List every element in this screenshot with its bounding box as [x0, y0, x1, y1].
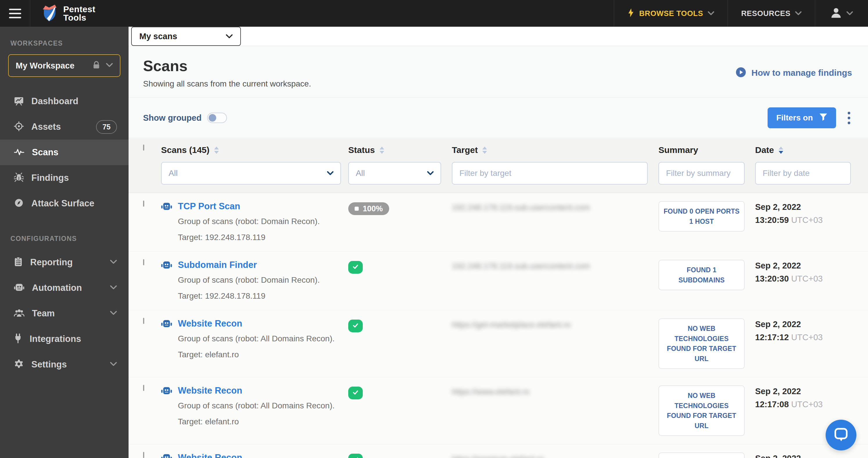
- select-all-checkbox[interactable]: [143, 145, 144, 151]
- brand-text: Pentest Tools: [63, 5, 95, 22]
- scan-summary-badge: NO WEB TECHNOLOGIES FOUND FOR TARGET URL: [658, 453, 745, 458]
- column-header-target[interactable]: Target: [452, 145, 654, 155]
- pulse-scan-icon: [14, 147, 24, 157]
- plug-icon: [14, 334, 22, 344]
- scan-name-link[interactable]: Website Recon: [178, 453, 335, 458]
- table-row: Website Recon Group of scans (robot: All…: [129, 310, 868, 377]
- sidebar-nav: Dashboard Assets 75 Scans Findings: [0, 89, 129, 216]
- sidebar-item-settings[interactable]: Settings: [0, 352, 129, 377]
- page-subtitle: Showing all scans from the current works…: [143, 79, 311, 89]
- chat-widget-button[interactable]: [826, 420, 857, 451]
- sort-icon[interactable]: [779, 147, 783, 154]
- scan-date: Sep 2, 2022 12:17:08 UTC+03: [755, 386, 852, 409]
- configurations-section-label: CONFIGURATIONS: [0, 235, 129, 250]
- sort-icon[interactable]: [482, 147, 487, 154]
- column-header-summary: Summary: [654, 145, 745, 155]
- table-row: Subdomain Finder Group of scans (robot: …: [129, 252, 868, 310]
- scan-date: Sep 2, 2022 12:17:08 UTC+03: [755, 453, 852, 458]
- row-checkbox[interactable]: [143, 385, 144, 391]
- scan-target-redacted: https://get-marketplace.elefant.ro: [452, 318, 654, 329]
- chevron-down-icon: [226, 34, 233, 39]
- robot-scan-icon: [161, 386, 172, 428]
- scan-description: Group of scans (robot: All Domains Recon…: [178, 400, 335, 412]
- sidebar-item-attack-surface[interactable]: Attack Surface: [0, 191, 129, 216]
- scan-name-link[interactable]: Website Recon: [178, 318, 335, 329]
- scans-filter-select[interactable]: All: [161, 162, 341, 185]
- chevron-down-icon: [327, 171, 334, 175]
- scan-name-link[interactable]: TCP Port Scan: [178, 201, 320, 212]
- clipboard-icon: [14, 257, 23, 268]
- summary-filter-input[interactable]: [658, 162, 745, 185]
- sidebar-item-reporting[interactable]: Reporting: [0, 250, 129, 275]
- resources-menu[interactable]: RESOURCES: [727, 0, 815, 27]
- bug-icon: [14, 173, 24, 183]
- column-header-scans[interactable]: Scans (145): [161, 145, 348, 155]
- sidebar-item-assets[interactable]: Assets 75: [0, 114, 129, 140]
- scan-target-line: Target: 192.248.178.119: [178, 290, 320, 302]
- how-to-manage-findings-link[interactable]: How to manage findings: [736, 67, 852, 79]
- workspace-selector[interactable]: My Workspace: [8, 54, 120, 77]
- row-checkbox[interactable]: [143, 452, 144, 458]
- gear-icon: [14, 359, 24, 370]
- pentest-tools-logo[interactable]: Pentest Tools: [30, 0, 95, 27]
- scan-name-link[interactable]: Website Recon: [178, 386, 335, 396]
- column-header-status[interactable]: Status: [348, 145, 452, 155]
- scan-name-link[interactable]: Subdomain Finder: [178, 260, 320, 270]
- page-header: Scans Showing all scans from the current…: [129, 46, 868, 97]
- chevron-down-icon: [110, 311, 117, 316]
- main-content: My scans Scans Showing all scans from th…: [129, 27, 868, 458]
- sidebar-item-findings[interactable]: Findings: [0, 165, 129, 191]
- user-avatar-icon: [830, 7, 842, 20]
- status-filter-select[interactable]: All: [348, 162, 441, 185]
- stop-icon: [354, 207, 359, 211]
- chevron-down-icon: [110, 260, 117, 265]
- page-title: Scans: [143, 57, 311, 74]
- sidebar-item-integrations[interactable]: Integrations: [0, 326, 129, 352]
- sidebar-item-automation[interactable]: Automation: [0, 275, 129, 301]
- date-filter-input[interactable]: [755, 162, 851, 185]
- robot-scan-icon: [161, 319, 172, 361]
- column-header-date[interactable]: Date: [755, 145, 852, 155]
- scans-scope-select[interactable]: My scans: [131, 27, 241, 46]
- filters-on-button[interactable]: Filters on: [768, 108, 836, 128]
- check-icon: [352, 263, 359, 271]
- user-account-menu[interactable]: [815, 0, 868, 27]
- row-checkbox[interactable]: [143, 259, 144, 265]
- workspaces-section-label: WORKSPACES: [0, 39, 129, 54]
- target-crosshair-icon: [14, 121, 24, 132]
- scope-strip: My scans: [129, 27, 868, 46]
- scan-summary-badge: FOUND 0 OPEN PORTS 1 HOST: [658, 201, 745, 232]
- row-checkbox[interactable]: [143, 318, 144, 324]
- table-row: Website Recon Group of scans (robot: All…: [129, 377, 868, 445]
- browse-tools-menu[interactable]: BROWSE TOOLS: [614, 0, 727, 27]
- status-finished-badge: [348, 319, 363, 332]
- hamburger-menu-icon[interactable]: [0, 0, 30, 27]
- sidebar-config-nav: Reporting Automation Team: [0, 250, 129, 377]
- robot-scan-icon: [161, 453, 172, 458]
- sort-icon[interactable]: [214, 147, 219, 154]
- row-checkbox[interactable]: [143, 201, 144, 207]
- chevron-down-icon: [110, 362, 117, 367]
- dashboard-icon: [14, 96, 24, 107]
- chevron-down-icon: [795, 11, 802, 16]
- sidebar-item-team[interactable]: Team: [0, 301, 129, 326]
- browse-tools-label: BROWSE TOOLS: [639, 9, 703, 18]
- show-grouped-label: Show grouped: [143, 113, 202, 123]
- table-toolbar: Show grouped Filters on: [129, 97, 868, 138]
- target-filter-input[interactable]: [452, 162, 648, 185]
- status-finished-badge: [348, 261, 363, 274]
- resources-label: RESOURCES: [741, 9, 790, 18]
- chat-bubble-icon: [833, 427, 849, 444]
- show-grouped-toggle[interactable]: [207, 113, 227, 123]
- sort-icon[interactable]: [380, 147, 384, 154]
- scan-date: Sep 2, 2022 13:20:59 UTC+03: [755, 201, 852, 225]
- table-row: Website Recon Group of scans (robot: All…: [129, 445, 868, 458]
- sidebar-item-scans[interactable]: Scans: [0, 140, 129, 165]
- scan-target-line: Target: elefant.ro: [178, 349, 335, 361]
- status-finished-badge: [348, 454, 363, 458]
- robot-scan-icon: [161, 202, 172, 243]
- scan-summary-badge: NO WEB TECHNOLOGIES FOUND FOR TARGET URL: [658, 386, 745, 436]
- sidebar-item-dashboard[interactable]: Dashboard: [0, 89, 129, 114]
- lock-icon: [93, 61, 100, 70]
- more-options-kebab-icon[interactable]: [846, 110, 852, 126]
